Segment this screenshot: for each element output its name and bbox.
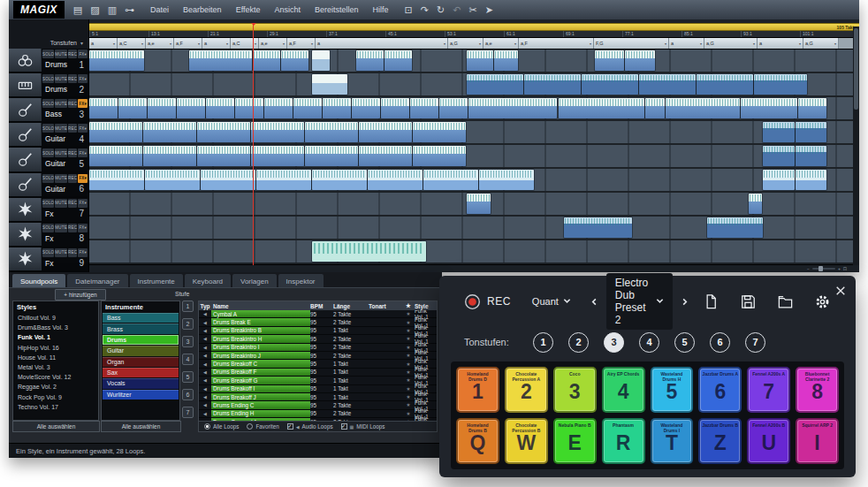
audio-clip[interactable]: ▾ ◢ bbox=[305, 122, 358, 142]
audio-clip[interactable]: ▾ ◢ bbox=[356, 50, 384, 71]
audio-clip[interactable]: ▾ ◢ bbox=[798, 98, 826, 118]
audio-clip[interactable]: ▾ ◢ bbox=[368, 170, 423, 190]
tonstufe-button[interactable]: 2 bbox=[568, 332, 589, 353]
tonstufen-dropdown[interactable]: Tonstufen ▾ bbox=[9, 19, 88, 49]
fx-button[interactable]: FX▾ bbox=[78, 74, 88, 83]
select-all-instruments-button[interactable]: Alle auswählen bbox=[101, 421, 181, 432]
audio-clip[interactable]: ▾ ◢ bbox=[143, 146, 196, 166]
solo-button[interactable]: SOLO bbox=[42, 49, 54, 58]
stufe-number-chip[interactable]: 1 bbox=[182, 301, 194, 312]
bar-ruler[interactable]: 5:113:121:129:137:145:153:161:169:177:18… bbox=[89, 31, 859, 38]
audio-clip[interactable]: ▾ ◢ bbox=[763, 122, 795, 142]
audio-clip[interactable]: ▾ ◢ bbox=[89, 122, 142, 142]
track-lane[interactable]: ▾ ◢ ▾ ◢ bbox=[89, 73, 859, 97]
audio-clip[interactable]: ▾ ◢ bbox=[564, 217, 632, 238]
loop-pad[interactable]: Bluebonnet Clarinette 2 8 bbox=[796, 367, 839, 413]
fx-button[interactable]: FX▾ bbox=[78, 124, 88, 133]
audio-clip[interactable]: ▾ ◢ bbox=[625, 50, 655, 71]
audio-clip[interactable]: ▾ ◢ bbox=[251, 122, 304, 142]
loop-row[interactable]: ◀ Drums Breakintro B 95 1 Takt ★ Funk Vo… bbox=[199, 327, 437, 335]
loop-pad[interactable]: Homeland Drums D 1 bbox=[456, 367, 499, 413]
stufe-number-chip[interactable]: 2 bbox=[182, 318, 194, 330]
instrument-list-item[interactable]: Wurlitzer bbox=[103, 390, 179, 399]
fx-button[interactable]: FX▾ bbox=[78, 224, 88, 232]
menubar-menu-item[interactable]: Bearbeiten bbox=[176, 3, 229, 17]
solo-button[interactable]: SOLO bbox=[42, 199, 54, 208]
harmony-cell[interactable]: a,G ▾ bbox=[704, 38, 758, 49]
open-arrangement-icon[interactable]: ▨ bbox=[90, 5, 99, 15]
mute-button[interactable]: MUTE bbox=[55, 49, 67, 58]
harmony-cell[interactable]: a,G ▾ bbox=[448, 38, 483, 49]
filter-midi-loops[interactable]: ▦MIDI Loops bbox=[341, 423, 385, 430]
vertical-scrollbar[interactable] bbox=[853, 27, 859, 265]
fx-button[interactable]: FX▾ bbox=[78, 248, 88, 257]
rec-button[interactable]: REC bbox=[68, 248, 78, 257]
chevron-left-icon[interactable] bbox=[590, 293, 598, 309]
audio-clip[interactable]: ▾ ◢ bbox=[796, 170, 826, 190]
playhead[interactable] bbox=[253, 23, 254, 265]
zoom-slider[interactable] bbox=[812, 268, 835, 270]
instrument-list-item[interactable]: Vocals bbox=[103, 378, 179, 388]
track-lane[interactable]: ▾ ◢ ▾ ◢ bbox=[89, 169, 859, 193]
menubar-menu-item[interactable]: Bereitstellen bbox=[308, 3, 366, 17]
settings-gear-icon[interactable] bbox=[814, 293, 831, 310]
track-lane[interactable]: ▾ ◢ ▾ ◢ bbox=[89, 193, 859, 217]
favorite-star-icon[interactable]: ★ bbox=[402, 328, 415, 333]
harmony-cell[interactable]: a,C ▾ bbox=[118, 38, 146, 49]
mute-button[interactable]: MUTE bbox=[55, 99, 67, 108]
audio-clip[interactable]: ▾ ◢ bbox=[177, 98, 205, 118]
style-list-item[interactable]: Rock Pop Vol. 9 bbox=[13, 392, 98, 402]
audio-clip[interactable]: Tom FXC-1 HDP 140.00 BPM ▾ ◢ bbox=[312, 241, 426, 262]
audio-clip[interactable]: ▾ ◢ bbox=[293, 98, 322, 118]
pointer-icon[interactable]: ➤ bbox=[485, 5, 493, 15]
undo-icon[interactable]: ↶ bbox=[453, 5, 461, 15]
rec-button[interactable]: REC bbox=[68, 148, 78, 157]
loop-pad[interactable]: Chocolate Percussion B W bbox=[505, 418, 548, 464]
loop-pad[interactable]: Phantasm R bbox=[602, 418, 645, 464]
audio-clip[interactable]: ▾ ◢ bbox=[467, 50, 493, 71]
audio-clip[interactable]: ▾ ◢ bbox=[359, 122, 412, 142]
favorite-star-icon[interactable]: ★ bbox=[402, 386, 415, 392]
audio-clip[interactable]: ▾ ◢ bbox=[352, 98, 380, 118]
mute-button[interactable]: MUTE bbox=[55, 148, 67, 157]
mute-button[interactable]: MUTE bbox=[55, 199, 67, 208]
loop-row[interactable]: ◀ Drums Breakintro J 95 2 Takte ★ Funk V… bbox=[199, 352, 437, 360]
audio-clip[interactable]: ▾ ◢ bbox=[467, 74, 523, 95]
stufe-number-chip[interactable]: 6 bbox=[182, 389, 194, 400]
audio-clip[interactable]: ▾ ◢ bbox=[479, 170, 534, 190]
new-preset-icon[interactable] bbox=[703, 293, 720, 310]
refresh-icon[interactable]: ↻ bbox=[437, 5, 445, 15]
instrument-list-item[interactable]: Brass bbox=[103, 323, 179, 333]
mute-button[interactable]: MUTE bbox=[55, 124, 67, 133]
loop-row[interactable]: ◀ Drums Breakintro H 95 2 Takte ★ Funk V… bbox=[199, 335, 437, 343]
new-arrangement-icon[interactable]: ▤ bbox=[73, 5, 82, 15]
rec-button[interactable]: REC bbox=[68, 124, 78, 133]
harmony-cell[interactable]: a,C ▾ bbox=[231, 38, 259, 49]
style-list-item[interactable]: Drum&Bass Vol. 3 bbox=[13, 323, 98, 332]
audio-clip[interactable]: ▾ ◢ bbox=[312, 74, 347, 95]
tonstufe-button[interactable]: 4 bbox=[639, 332, 659, 353]
tonstufe-button[interactable]: 1 bbox=[533, 332, 553, 353]
tonstufe-button[interactable]: 6 bbox=[710, 332, 730, 353]
loop-pad[interactable]: Fennel A200s B U bbox=[747, 418, 790, 464]
audio-clip[interactable]: Concrete Bass ... ▾ ◢ bbox=[559, 98, 644, 118]
loop-pad[interactable]: Homeland Drums B Q bbox=[456, 418, 499, 464]
mute-button[interactable]: MUTE bbox=[55, 74, 67, 83]
favorite-star-icon[interactable]: ★ bbox=[402, 320, 415, 325]
favorite-star-icon[interactable]: ★ bbox=[402, 361, 415, 367]
solo-button[interactable]: SOLO bbox=[42, 148, 54, 157]
harmony-cell[interactable]: F,G ▾ bbox=[594, 38, 669, 49]
mute-button[interactable]: MUTE bbox=[55, 224, 67, 232]
stufe-number-chip[interactable]: 4 bbox=[182, 354, 194, 365]
harmony-cell[interactable]: a,F ▾ bbox=[174, 38, 202, 49]
style-list-item[interactable]: Reggae Vol. 2 bbox=[13, 382, 98, 392]
audio-clip[interactable]: ▾ ◢ bbox=[201, 170, 255, 190]
audio-clip[interactable]: ▾ ◢ bbox=[89, 50, 144, 71]
menubar-menu-item[interactable]: Effekte bbox=[229, 3, 268, 17]
audio-clip[interactable]: ▾ ◢ bbox=[305, 146, 358, 166]
instrument-list-item[interactable]: Guitar bbox=[103, 346, 179, 355]
filter-all-loops[interactable]: Alle Loops bbox=[204, 423, 239, 430]
rec-button[interactable]: REC bbox=[68, 199, 78, 208]
zoom-fit-icon[interactable]: ⊡ bbox=[843, 266, 847, 271]
harmony-cell[interactable]: a ▾ bbox=[316, 38, 448, 49]
